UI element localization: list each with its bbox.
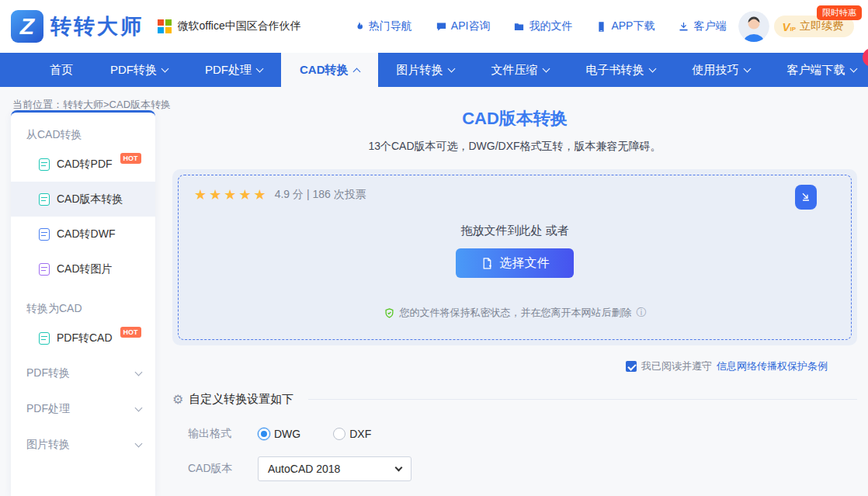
upload-dropzone[interactable]: ★★★★★ 4.9 分 | 186 次投票 拖放文件到此处 或者 选择文件 bbox=[172, 169, 857, 345]
drop-hint-text: 拖放文件到此处 或者 bbox=[179, 224, 851, 238]
sidebar-group-image-convert[interactable]: 图片转换 bbox=[11, 427, 155, 463]
sidebar-group-pdf-process[interactable]: PDF处理 bbox=[11, 391, 155, 427]
nav-item-tips[interactable]: 使用技巧 bbox=[674, 53, 769, 87]
flame-icon bbox=[353, 21, 365, 33]
renew-label: 立即续费 bbox=[800, 19, 843, 33]
sidebar-item-label: CAD转PDF bbox=[57, 158, 113, 172]
arrow-down-right-icon bbox=[800, 191, 812, 203]
nav-item-file-compress[interactable]: 文件压缩 bbox=[473, 53, 568, 87]
drop-corner-button[interactable] bbox=[795, 185, 817, 210]
folder-icon bbox=[513, 21, 525, 33]
nav-item-pdf-process[interactable]: PDF处理 bbox=[186, 53, 281, 87]
chevron-down-icon bbox=[135, 439, 143, 447]
rating-text: 4.9 分 | 186 次投票 bbox=[275, 188, 366, 202]
my-files-label: 我的文件 bbox=[529, 19, 572, 33]
chevron-down-icon bbox=[256, 64, 264, 72]
cad-version-value: AutoCAD 2018 bbox=[268, 463, 340, 475]
nav-label: 客户端下载 bbox=[787, 63, 845, 78]
chevron-down-icon bbox=[135, 368, 143, 376]
sidebar: 从CAD转换 CAD转PDF HOT CAD版本转换 CAD转DWF CAD转图… bbox=[11, 110, 155, 496]
sidebar-section-from-cad: 从CAD转换 bbox=[11, 113, 155, 147]
client-label: 客户端 bbox=[693, 19, 726, 33]
nav-label: 电子书转换 bbox=[586, 63, 644, 78]
settings-header: ⚙ 自定义转换设置如下 bbox=[172, 392, 857, 407]
chevron-down-icon bbox=[743, 64, 751, 72]
app-download-link[interactable]: APP下载 bbox=[595, 19, 654, 33]
doc-icon bbox=[39, 332, 50, 345]
doc-icon bbox=[39, 158, 50, 171]
chevron-down-icon bbox=[135, 404, 143, 411]
site-logo[interactable]: Z 转转大师 bbox=[11, 10, 144, 43]
page-title: CAD版本转换 bbox=[172, 107, 857, 130]
avatar-person-icon bbox=[738, 11, 769, 42]
output-format-label: 输出格式 bbox=[188, 427, 236, 441]
app-download-label: APP下载 bbox=[611, 19, 654, 33]
chevron-down-icon bbox=[447, 64, 455, 72]
cad-version-select[interactable]: AutoCAD 2018 bbox=[258, 456, 411, 481]
renew-area: VIP 立即续费 限时特惠 bbox=[774, 16, 854, 37]
nav-label: PDF处理 bbox=[205, 63, 252, 78]
hot-nav-label: 热门导航 bbox=[369, 19, 412, 33]
nav-item-cad-convert[interactable]: CAD转换 bbox=[281, 53, 378, 87]
client-link[interactable]: 客户端 bbox=[678, 19, 726, 33]
nav-label: 使用技巧 bbox=[693, 63, 739, 78]
radio-option-dxf[interactable]: DXF bbox=[333, 428, 371, 440]
page-subtitle: 13个CAD版本可选，DWG/DXF格式互转，版本兼容无障碍。 bbox=[172, 140, 857, 154]
my-files-link[interactable]: 我的文件 bbox=[513, 19, 572, 33]
privacy-note: 您的文件将保持私密状态，并在您离开本网站后删除 ⓘ bbox=[179, 306, 851, 320]
nav-item-home[interactable]: 首页 bbox=[31, 53, 92, 87]
nav-label: 图片转换 bbox=[397, 63, 443, 78]
sidebar-group-label: PDF处理 bbox=[26, 402, 70, 416]
vip-icon: VIP bbox=[782, 20, 796, 33]
sidebar-item-cad-to-image[interactable]: CAD转图片 bbox=[11, 251, 155, 286]
chevron-down-icon bbox=[849, 64, 857, 72]
star-rating[interactable]: ★★★★★ bbox=[194, 186, 269, 203]
sidebar-group-label: 图片转换 bbox=[26, 438, 70, 452]
api-link[interactable]: API咨询 bbox=[436, 19, 491, 33]
api-label: API咨询 bbox=[451, 19, 491, 33]
choose-file-button[interactable]: 选择文件 bbox=[456, 248, 574, 278]
radio-icon bbox=[258, 428, 270, 440]
partner-banner: 微软office中国区合作伙伴 bbox=[158, 19, 301, 33]
user-avatar[interactable] bbox=[738, 11, 769, 42]
cad-version-label: CAD版本 bbox=[188, 462, 236, 476]
sidebar-section-to-cad: 转换为CAD bbox=[11, 286, 155, 321]
chevron-down-icon bbox=[648, 64, 656, 72]
agreement-text: 我已阅读并遵守 bbox=[641, 359, 712, 373]
output-format-row: 输出格式 DWG DXF bbox=[172, 427, 857, 441]
page-content: 当前位置：转转大师>CAD版本转换 从CAD转换 CAD转PDF HOT CAD… bbox=[0, 87, 868, 496]
agreement-link[interactable]: 信息网络传播权保护条例 bbox=[717, 359, 828, 373]
hot-nav-link[interactable]: 热门导航 bbox=[353, 19, 412, 33]
nav-label: 文件压缩 bbox=[491, 63, 538, 78]
chevron-down-icon bbox=[161, 64, 169, 72]
sidebar-item-cad-to-pdf[interactable]: CAD转PDF HOT bbox=[11, 147, 155, 182]
sidebar-group-pdf-convert[interactable]: PDF转换 bbox=[11, 356, 155, 391]
sidebar-item-pdf-to-cad[interactable]: PDF转CAD HOT bbox=[11, 321, 155, 356]
logo-z-icon: Z bbox=[11, 10, 43, 43]
phone-icon bbox=[595, 21, 607, 33]
nav-item-client-download[interactable]: 客户端下载 bbox=[769, 53, 868, 87]
main-nav: 首页 PDF转换 PDF处理 CAD转换 图片转换 文件压缩 电子书转换 使用技… bbox=[0, 53, 868, 87]
nav-item-pdf-convert[interactable]: PDF转换 bbox=[92, 53, 186, 87]
logo-text: 转转大师 bbox=[50, 12, 144, 40]
agreement-checkbox[interactable] bbox=[626, 361, 637, 372]
sidebar-item-cad-version-convert[interactable]: CAD版本转换 bbox=[11, 182, 155, 217]
file-plus-icon bbox=[481, 257, 494, 270]
nav-item-ebook-convert[interactable]: 电子书转换 bbox=[568, 53, 674, 87]
info-icon[interactable]: ⓘ bbox=[637, 306, 647, 320]
microsoft-logo-icon bbox=[158, 19, 172, 33]
sidebar-item-label: PDF转CAD bbox=[57, 331, 113, 345]
choose-file-label: 选择文件 bbox=[500, 255, 550, 272]
partner-text: 微软office中国区合作伙伴 bbox=[178, 19, 301, 33]
hot-badge: HOT bbox=[120, 327, 141, 338]
promo-badge: 限时特惠 bbox=[817, 5, 862, 20]
upload-dropzone-inner: ★★★★★ 4.9 分 | 186 次投票 拖放文件到此处 或者 选择文件 bbox=[178, 175, 852, 340]
nav-label: PDF转换 bbox=[110, 63, 157, 78]
sidebar-item-cad-to-dwf[interactable]: CAD转DWF bbox=[11, 217, 155, 251]
rating-widget: ★★★★★ 4.9 分 | 186 次投票 bbox=[194, 186, 366, 203]
nav-item-image-convert[interactable]: 图片转换 bbox=[378, 53, 473, 87]
radio-option-dwg[interactable]: DWG bbox=[258, 428, 300, 440]
radio-label: DWG bbox=[274, 428, 300, 440]
gear-icon: ⚙ bbox=[172, 392, 183, 407]
nav-label: 首页 bbox=[50, 63, 73, 78]
